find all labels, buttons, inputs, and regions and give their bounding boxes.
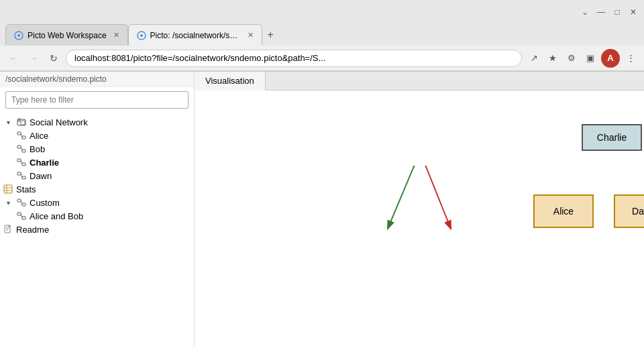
tab-title-1: Picto Web Workspace	[28, 31, 107, 40]
split-screen-icon[interactable]: ▣	[582, 50, 598, 66]
folder-icon-social	[16, 117, 27, 127]
tree-item-charlie[interactable]: Charlie	[0, 156, 194, 169]
tab-close-1[interactable]: ✕	[113, 31, 119, 40]
extension-icon[interactable]: ⚙	[564, 50, 580, 66]
chevron-down-control[interactable]: ⌄	[580, 7, 590, 17]
tree-label-alice: Alice	[30, 131, 48, 141]
tree-label-alice-bob: Alice and Bob	[30, 211, 83, 221]
svg-rect-28	[22, 217, 25, 219]
window-controls: ⌄ — □ ✕	[580, 7, 639, 17]
node-icon-alice-bob	[16, 211, 27, 221]
svg-line-16	[21, 160, 22, 164]
tab-picto-sndemo[interactable]: Picto: /socialnetwork/sndemo.pic ✕	[128, 24, 262, 46]
browser-chrome: ⌄ — □ ✕ Picto Web Workspace ✕ Picto: /so…	[0, 0, 644, 72]
close-button[interactable]: ✕	[628, 7, 639, 17]
svg-rect-14	[17, 159, 21, 162]
tab-close-2[interactable]: ✕	[248, 31, 254, 40]
tree-label-bob: Bob	[30, 144, 45, 154]
svg-line-29	[21, 214, 22, 218]
file-tree: ▾ Social Network	[0, 113, 194, 346]
app-content: /socialnetwork/sndemo.picto ▾ Social Net…	[0, 72, 644, 346]
forward-button[interactable]: →	[25, 50, 42, 66]
svg-line-13	[21, 147, 22, 151]
graph-node-charlie-label: Charlie	[597, 132, 627, 143]
svg-rect-20	[4, 185, 12, 193]
svg-line-34	[388, 166, 414, 228]
svg-rect-24	[17, 199, 21, 202]
tabs-bar: Picto Web Workspace ✕ Picto: /socialnetw…	[0, 24, 644, 46]
new-tab-button[interactable]: +	[262, 26, 279, 44]
graph-node-alice[interactable]: Alice	[533, 194, 594, 228]
tab-favicon-2	[137, 31, 146, 40]
user-avatar[interactable]: A	[601, 49, 620, 68]
reload-button[interactable]: ↻	[46, 50, 62, 66]
tree-label-charlie: Charlie	[30, 158, 59, 168]
tab-visualisation[interactable]: Visualisation	[195, 72, 266, 91]
svg-rect-25	[22, 203, 25, 206]
tree-item-social-network[interactable]: ▾ Social Network	[0, 115, 194, 129]
back-button[interactable]: ←	[5, 50, 21, 66]
share-icon[interactable]: ↗	[526, 50, 542, 66]
table-icon-stats	[3, 184, 13, 194]
tree-item-dawn[interactable]: Dawn	[0, 169, 194, 182]
node-icon-bob	[16, 143, 27, 154]
address-input[interactable]	[66, 50, 522, 67]
folder-icon-custom	[16, 197, 27, 208]
tree-item-alice-bob[interactable]: Alice and Bob	[0, 209, 194, 223]
svg-line-19	[21, 174, 22, 178]
title-bar: ⌄ — □ ✕	[0, 0, 644, 24]
svg-rect-8	[17, 132, 21, 135]
tree-item-readme[interactable]: Readme	[0, 223, 194, 236]
panel-content: Charlie Alice Dawn	[195, 91, 644, 346]
svg-rect-15	[22, 163, 25, 166]
maximize-button[interactable]: □	[612, 7, 623, 17]
address-actions: ↗ ★ ⚙ ▣ A ⋮	[526, 49, 639, 68]
svg-rect-18	[22, 176, 25, 179]
svg-rect-7	[21, 121, 25, 125]
expand-icon-custom: ▾	[3, 197, 13, 208]
svg-rect-17	[17, 172, 21, 175]
tree-item-custom[interactable]: ▾ Custom	[0, 196, 194, 209]
svg-point-1	[17, 34, 20, 37]
tab-title-2: Picto: /socialnetwork/sndemo.pic	[150, 31, 241, 40]
tree-item-stats[interactable]: Stats	[0, 182, 194, 196]
svg-rect-12	[22, 150, 25, 152]
sidebar: /socialnetwork/sndemo.picto ▾ Social Net…	[0, 72, 195, 346]
panel-tabs: Visualisation	[195, 72, 644, 91]
tab-picto-workspace[interactable]: Picto Web Workspace ✕	[5, 24, 128, 46]
svg-line-10	[21, 133, 22, 137]
svg-line-35	[425, 166, 450, 228]
main-panel: Visualisation	[195, 72, 644, 346]
sidebar-path: /socialnetwork/sndemo.picto	[0, 72, 194, 87]
bookmark-icon[interactable]: ★	[545, 50, 561, 66]
node-icon-charlie	[16, 157, 27, 168]
tree-label-dawn: Dawn	[30, 171, 52, 181]
node-icon-dawn	[16, 170, 27, 181]
tree-item-alice[interactable]: Alice	[0, 129, 194, 142]
svg-rect-9	[22, 136, 25, 139]
svg-point-3	[140, 34, 143, 37]
graph-canvas: Charlie Alice Dawn	[195, 91, 644, 346]
node-icon-alice	[16, 130, 27, 141]
filter-input[interactable]	[5, 91, 189, 109]
tree-label-readme: Readme	[16, 225, 49, 235]
expand-icon: ▾	[3, 117, 13, 127]
minimize-button[interactable]: —	[596, 7, 606, 17]
tree-label-stats: Stats	[16, 184, 36, 194]
address-bar: ← → ↻ ↗ ★ ⚙ ▣ A ⋮	[0, 46, 644, 71]
tree-label-social-network: Social Network	[30, 117, 88, 127]
svg-line-26	[21, 200, 22, 205]
graph-node-dawn[interactable]: Dawn	[614, 194, 644, 228]
tab-favicon-1	[14, 31, 23, 40]
tree-item-bob[interactable]: Bob	[0, 142, 194, 156]
graph-node-dawn-label: Dawn	[632, 206, 644, 217]
graph-node-alice-label: Alice	[553, 206, 574, 217]
tree-label-custom: Custom	[30, 198, 60, 208]
svg-rect-11	[17, 146, 21, 148]
graph-node-charlie[interactable]: Charlie	[582, 124, 642, 151]
doc-icon-readme	[3, 224, 13, 235]
menu-icon[interactable]: ⋮	[623, 50, 639, 66]
svg-rect-27	[17, 213, 21, 215]
